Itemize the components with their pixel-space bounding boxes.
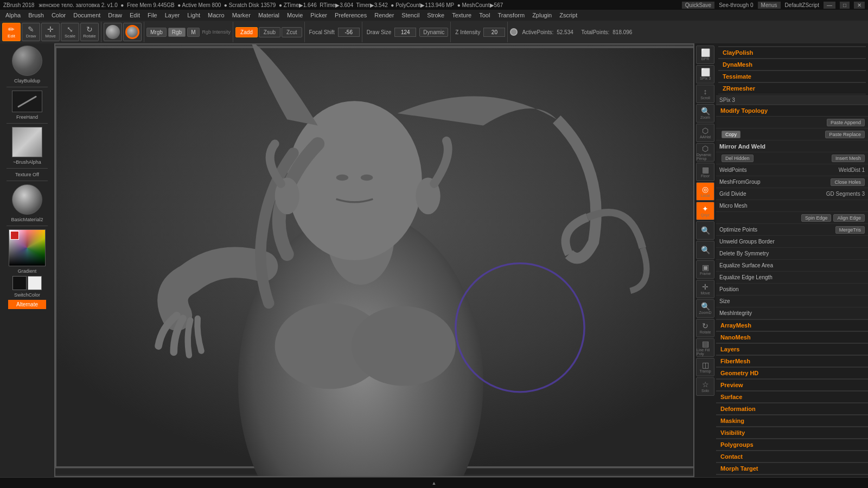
alternate-button[interactable]: Alternate [8,300,46,309]
z-intensity-value[interactable]: 20 [483,28,505,37]
polygroups-title[interactable]: Polygroups [716,439,868,451]
ri-btn-zoom[interactable]: 🔍Zoom [696,104,714,123]
quicksave-button[interactable]: QuickSave [682,2,714,9]
menu-item-alpha[interactable]: Alpha [2,11,24,20]
brush-name[interactable]: ClayBuildup [14,78,40,84]
zsub-button[interactable]: Zsub [259,27,280,37]
ri-btn-[interactable]: 🔍 [696,221,714,240]
unweld-groups-label[interactable]: Unweld Groups Border [719,239,865,245]
mirror-weld-label[interactable]: Mirror And Weld [719,143,865,150]
mrgb-button[interactable]: Mrgb [146,28,167,37]
insert-mesh-button[interactable]: Insert Mesh [832,155,865,162]
menu-item-color[interactable]: Color [48,11,69,20]
menu-item-render[interactable]: Render [371,11,397,20]
contact-title[interactable]: Contact [716,451,868,463]
zcut-button[interactable]: Zcut [282,27,302,37]
ri-btn-move[interactable]: ✛Move [696,280,714,298]
menu-item-stencil[interactable]: Stencil [398,11,423,20]
white-swatch[interactable] [28,276,42,290]
menu-item-macro[interactable]: Macro [205,11,228,20]
rgb-button[interactable]: Rgb [168,28,186,37]
ri-btn-dynamic-persp[interactable]: ⬡Dynamic Persp [696,143,714,162]
menu-item-transform[interactable]: Transform [494,11,528,20]
menu-item-zplugin[interactable]: Zplugin [529,11,555,20]
render-mode-1[interactable] [104,23,122,41]
paste-append-button[interactable]: Paste Append [827,119,865,126]
brush-preview[interactable] [12,46,42,76]
menu-item-file[interactable]: File [144,11,161,20]
ri-btn-solo[interactable]: ☆Solo [696,377,714,396]
menus-button[interactable]: Menus [758,2,781,9]
ri-btn-line-fill-poly[interactable]: ▤Line Fill Poly [696,338,714,357]
ri-btn-floor[interactable]: ▦Floor [696,163,714,181]
menu-item-brush[interactable]: Brush [25,11,47,20]
dynamic-button[interactable]: Dynamic [419,28,448,37]
menu-item-texture[interactable]: Texture [449,11,475,20]
menu-item-marker[interactable]: Marker [229,11,254,20]
menu-item-zscript[interactable]: Zscript [556,11,580,20]
eq-edge-label[interactable]: Equalize Edge Length [719,274,865,280]
draw-size-value[interactable]: 124 [394,28,416,37]
surface-title[interactable]: Surface [716,391,868,403]
zadd-button[interactable]: Zadd [235,27,258,37]
ri-btn-transp[interactable]: ◫Transp [696,358,714,376]
maximize-button[interactable]: □ [840,2,850,9]
masking-title[interactable]: Masking [716,415,868,427]
gd-segments-value[interactable]: GD Segments 3 [826,191,865,197]
ri-btn-bpr[interactable]: ⬜BPR [696,46,714,64]
nano-mesh-title[interactable]: NanoMesh [716,331,868,343]
delete-by-sym-label[interactable]: Delete By Symmetry [719,251,865,256]
material-preview[interactable] [12,184,42,215]
alpha-name[interactable]: ~BrushAlpha [13,159,41,165]
optimize-points-label[interactable]: Optimize Points [719,227,776,233]
black-swatch[interactable] [12,276,27,290]
weld-dist-value[interactable]: WeldDist 1 [839,167,865,173]
ri-btn-local[interactable]: ◎Local [696,182,714,201]
layers-title[interactable]: Layers [716,343,868,355]
menu-item-document[interactable]: Document [70,11,104,20]
position-label[interactable]: Position [719,286,865,292]
ri-btn-qxyz[interactable]: ✦Qxyz [696,202,714,220]
claypolish-item[interactable]: ClayPolish [718,47,866,59]
align-edge-button[interactable]: Align Edge [833,214,865,222]
material-name[interactable]: BasicMaterial2 [11,217,43,222]
stroke-preview[interactable] [12,91,42,112]
menu-item-preferences[interactable]: Preferences [331,11,370,20]
ri-btn-scroll[interactable]: ↕Scroll [696,85,714,103]
close-button[interactable]: ✕ [854,2,865,9]
del-hidden-button[interactable]: Del Hidden [722,155,754,162]
close-holes-button[interactable]: Close Holes [831,178,865,186]
eq-surface-label[interactable]: Equalize Surface Area [719,262,865,268]
edit-button[interactable]: ✏ Edit [2,23,21,41]
zremesher-item[interactable]: ZRemesher [718,82,866,94]
menu-item-stroke[interactable]: Stroke [424,11,448,20]
ri-btn-[interactable]: 🔍 [696,241,714,259]
color-swatch[interactable] [9,229,46,266]
ri-btn-rotate[interactable]: ↻Rotate [696,319,714,337]
ri-btn-zoomd[interactable]: 🔍ZoomD [696,299,714,318]
mesh-integrity-label[interactable]: MeshIntegrity [719,310,865,316]
scale-button[interactable]: ⤡ Scale [61,23,79,41]
merge-tris-button[interactable]: MergeTris [835,226,865,234]
geometry-hd-title[interactable]: Geometry HD [716,367,868,379]
spin-edge-button[interactable]: Spin Edge [801,214,832,222]
rotate-button[interactable]: ↻ Rotate [80,23,99,41]
focal-shift-value[interactable]: -56 [338,28,360,37]
dynamesh-item[interactable]: DynaMesh [718,59,866,70]
morph-target-title[interactable]: Morph Target [716,463,868,474]
mesh-from-group-label[interactable]: MeshFromGroup [719,179,774,185]
visibility-title[interactable]: Visibility [716,427,868,439]
menu-item-layer[interactable]: Layer [162,11,183,20]
weld-points-label[interactable]: WeldPoints [719,167,778,173]
menu-item-tool[interactable]: Tool [476,11,493,20]
render-mode-2[interactable] [123,23,142,41]
viewport[interactable] [54,43,716,477]
texture-off-label[interactable]: Texture Off [1,172,53,177]
ri-btn-frame[interactable]: ▣Frame [696,260,714,279]
copy-button[interactable]: Copy [722,131,741,138]
micro-mesh-label[interactable]: Micro Mesh [719,203,792,209]
modify-topology-title[interactable]: Modify Topology [716,105,868,117]
m-button[interactable]: M [187,28,199,37]
move-button[interactable]: ✛ Move [41,23,60,41]
minimize-button[interactable]: — [824,2,835,9]
